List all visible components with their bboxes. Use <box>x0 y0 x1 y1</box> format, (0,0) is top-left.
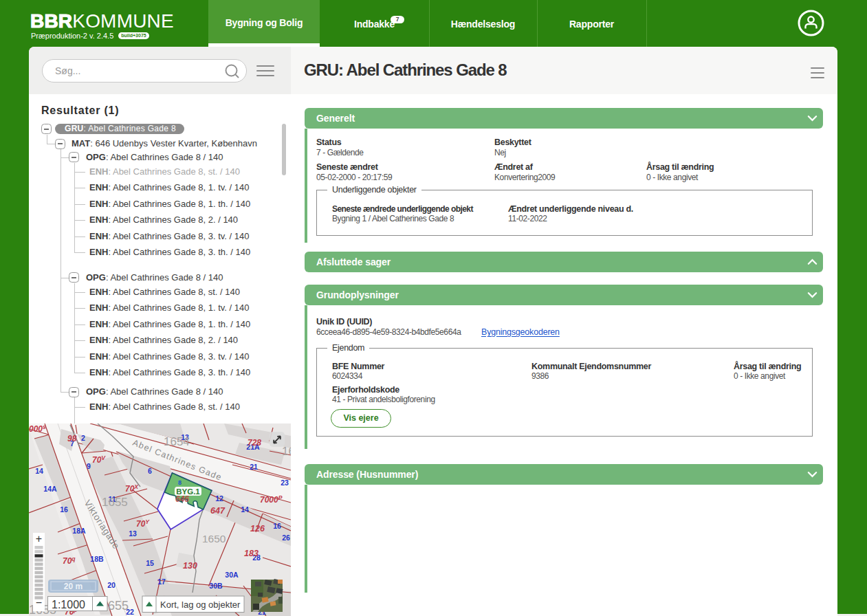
svg-text:17: 17 <box>157 578 166 586</box>
svg-text:647: 647 <box>210 506 226 516</box>
svg-text:30B: 30B <box>209 582 223 590</box>
svg-text:1655: 1655 <box>102 496 128 509</box>
svg-text:728: 728 <box>248 438 261 448</box>
svg-text:14A: 14A <box>43 485 57 493</box>
svg-text:15: 15 <box>146 559 154 567</box>
svg-text:Kort, lag og objekter: Kort, lag og objekter <box>160 600 241 610</box>
svg-text:6: 6 <box>148 467 152 475</box>
svg-text:1650: 1650 <box>202 533 226 544</box>
svg-text:18A: 18A <box>72 527 86 535</box>
svg-text:98: 98 <box>67 434 77 443</box>
svg-text:18B: 18B <box>90 555 104 563</box>
svg-text:16: 16 <box>273 522 281 530</box>
svg-text:655: 655 <box>108 599 129 613</box>
svg-text:14: 14 <box>35 467 43 475</box>
svg-text:646: 646 <box>175 494 189 504</box>
svg-text:1654: 1654 <box>164 435 190 448</box>
svg-text:12: 12 <box>215 494 223 503</box>
svg-text:21: 21 <box>250 463 258 471</box>
svg-text:30A: 30A <box>225 571 239 579</box>
svg-text:26: 26 <box>282 534 290 542</box>
svg-text:2: 2 <box>81 434 85 442</box>
svg-text:165: 165 <box>282 445 291 458</box>
svg-text:13: 13 <box>129 529 137 538</box>
svg-text:130: 130 <box>183 561 197 571</box>
svg-text:14: 14 <box>241 505 249 514</box>
svg-text:8: 8 <box>178 479 182 486</box>
svg-text:1:1000: 1:1000 <box>52 599 85 610</box>
svg-text:+: + <box>36 533 42 544</box>
svg-text:23: 23 <box>281 478 289 487</box>
svg-text:16: 16 <box>60 505 68 514</box>
svg-text:9: 9 <box>87 462 91 470</box>
svg-text:20 m: 20 m <box>64 582 83 591</box>
svg-text:126: 126 <box>250 524 265 534</box>
svg-text:20: 20 <box>107 581 116 589</box>
svg-text:183: 183 <box>244 549 259 558</box>
svg-text:BYG.1: BYG.1 <box>176 487 200 496</box>
